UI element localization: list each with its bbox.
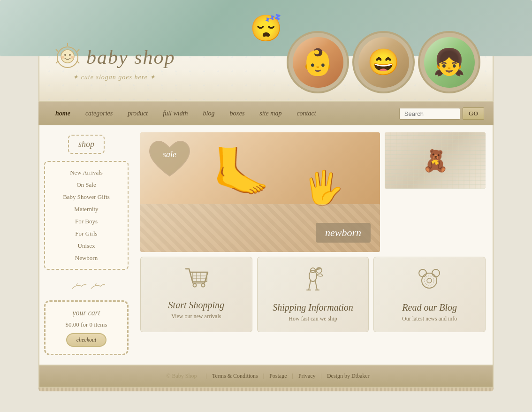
newborn-label: newborn	[316, 223, 371, 243]
site-title: baby shop	[86, 46, 175, 69]
banner-row: 🦶 🖐 sale newborn	[140, 132, 486, 252]
sidebar-item-baby-shower[interactable]: Baby Shower Gifts	[45, 191, 128, 203]
sale-badge: sale	[147, 139, 192, 183]
cart-amount: $0.00 for 0 items	[51, 321, 122, 328]
side-banners: 🧸 😴	[385, 132, 486, 252]
nav-product[interactable]: product	[120, 103, 155, 124]
content-area: shop New Arrivals On Sale Baby Shower Gi…	[38, 125, 494, 366]
footer: © Baby Shop | Terms & Conditions | Posta…	[38, 366, 494, 388]
footer-links: © Baby Shop | Terms & Conditions | Posta…	[49, 373, 483, 380]
sidebar-item-for-boys[interactable]: For Boys	[45, 215, 128, 228]
footer-copyright: © Baby Shop	[166, 373, 197, 379]
svg-line-6	[56, 61, 58, 63]
footer-separator-1: |	[206, 373, 208, 379]
svg-point-17	[193, 284, 196, 287]
nav-blog[interactable]: blog	[196, 103, 222, 124]
nav-home[interactable]: home	[48, 103, 78, 124]
shop-label: shop	[68, 135, 105, 154]
svg-point-23	[419, 269, 426, 277]
nav-links: home categories product full width blog …	[48, 103, 390, 124]
baby-face-icon	[53, 43, 82, 71]
svg-point-25	[427, 278, 432, 283]
shop-label-frame: shop	[44, 135, 129, 154]
page-wrapper: baby shop ✦ cute slogan goes here ✦ 👶	[0, 0, 532, 410]
sidebar-item-new-arrivals[interactable]: New Arrivals	[45, 167, 128, 179]
baby-photo-3: 👧	[420, 33, 479, 92]
svg-line-5	[77, 61, 79, 63]
nav-full-width[interactable]: full width	[155, 103, 195, 124]
bird-decor	[44, 279, 129, 296]
navbar-inner: home categories product full width blog …	[38, 102, 494, 125]
footer-terms[interactable]: Terms & Conditions	[212, 373, 258, 379]
search-input[interactable]	[399, 108, 460, 120]
svg-point-18	[201, 284, 205, 287]
bottom-tiles: Start Shopping View our new arrivals	[140, 257, 486, 332]
cart-box: your cart $0.00 for 0 items checkout	[44, 300, 129, 355]
sidebar: shop New Arrivals On Sale Baby Shower Gi…	[39, 125, 133, 365]
tile-shipping-title: Shipping Information	[265, 302, 362, 313]
site-slogan: ✦ cute slogan goes here ✦	[53, 73, 175, 81]
sidebar-item-maternity[interactable]: Maternity	[45, 203, 128, 215]
footer-postage[interactable]: Postage	[269, 373, 287, 379]
blog-tile-icon	[381, 267, 478, 298]
logo-area: baby shop ✦ cute slogan goes here ✦	[53, 43, 175, 81]
main-banner: 🦶 🖐 sale newborn	[140, 132, 380, 252]
tile-shipping-subtitle: How fast can we ship	[265, 315, 362, 322]
svg-point-24	[432, 269, 440, 277]
svg-text:sale: sale	[163, 150, 176, 159]
footer-design[interactable]: Design by Dtbaker	[327, 373, 370, 379]
tile-blog[interactable]: Read our Blog Our latest news and info	[373, 257, 486, 332]
baby-photo-1: 👶	[289, 33, 347, 92]
svg-point-7	[64, 54, 66, 56]
svg-point-8	[69, 54, 71, 56]
navbar: home categories product full width blog …	[38, 102, 494, 125]
svg-point-26	[425, 276, 434, 285]
main-container: baby shop ✦ cute slogan goes here ✦ 👶	[38, 19, 494, 391]
sidebar-item-on-sale[interactable]: On Sale	[45, 179, 128, 191]
tile-blog-title: Read our Blog	[381, 302, 478, 313]
tile-start-shopping[interactable]: Start Shopping View our new arrivals	[140, 257, 252, 332]
tile-start-shopping-subtitle: View our new arrivals	[148, 313, 245, 320]
logo-title: baby shop	[53, 43, 175, 71]
side-banner-fabric: 🧸	[385, 132, 486, 189]
tile-shipping[interactable]: Shipping Information How fast can we shi…	[257, 257, 369, 332]
nav-sitemap[interactable]: site map	[252, 103, 289, 124]
svg-line-4	[56, 49, 58, 52]
footer-separator-4: |	[321, 373, 323, 379]
sidebar-menu: New Arrivals On Sale Baby Shower Gifts M…	[44, 161, 129, 270]
main-content: 🦶 🖐 sale newborn	[133, 125, 493, 365]
nav-contact[interactable]: contact	[289, 103, 323, 124]
svg-point-10	[71, 56, 74, 59]
footer-separator-2: |	[263, 373, 266, 379]
cart-tile-icon	[148, 267, 245, 295]
svg-rect-12	[193, 272, 207, 282]
stork-tile-icon	[265, 267, 362, 298]
nav-search: GO	[399, 107, 484, 120]
tile-blog-subtitle: Our latest news and info	[381, 315, 478, 322]
header-photos: 👶 😄 👧	[289, 33, 479, 92]
sidebar-item-newborn[interactable]: Newborn	[45, 252, 128, 264]
baby-photo-2: 😄	[354, 33, 413, 92]
nav-categories[interactable]: categories	[78, 103, 120, 124]
nav-boxes[interactable]: boxes	[222, 103, 252, 124]
tile-start-shopping-title: Start Shopping	[148, 300, 245, 311]
footer-privacy[interactable]: Privacy	[298, 373, 316, 379]
svg-point-9	[61, 56, 64, 59]
svg-point-19	[309, 270, 317, 282]
cart-label: your cart	[51, 309, 122, 317]
bottom-border	[38, 388, 494, 391]
sidebar-item-unisex[interactable]: Unisex	[45, 240, 128, 252]
go-button[interactable]: GO	[463, 107, 484, 120]
sidebar-item-for-girls[interactable]: For Girls	[45, 228, 128, 240]
svg-line-3	[77, 49, 79, 52]
checkout-button[interactable]: checkout	[66, 333, 107, 347]
footer-separator-3: |	[292, 373, 294, 379]
svg-point-22	[422, 273, 437, 288]
